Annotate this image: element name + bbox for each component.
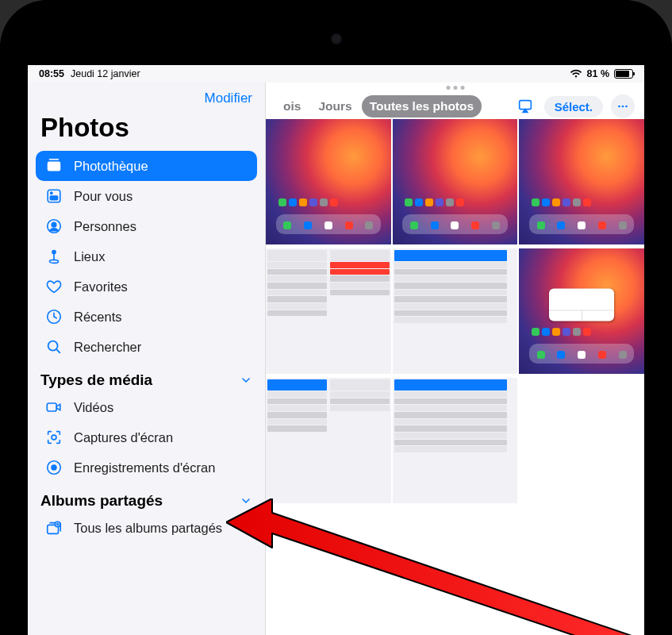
sidebar-shared-list: Tous les albums partagés — [28, 513, 265, 543]
photo-thumb[interactable] — [393, 248, 518, 374]
chevron-down-icon — [240, 374, 252, 387]
segment-all-photos[interactable]: Toutes les photos — [362, 95, 482, 117]
sidebar-media-list: Vidéos Captures d'écran Enregistrements … — [28, 392, 265, 483]
video-icon — [45, 398, 63, 416]
svg-point-6 — [52, 222, 56, 227]
sidebar-item-label: Rechercher — [74, 340, 141, 355]
status-time: 08:55 — [39, 68, 64, 79]
front-camera — [331, 33, 342, 44]
screenshot-icon — [45, 429, 63, 446]
sidebar-item-label: Tous les albums partagés — [74, 521, 222, 536]
svg-point-19 — [622, 106, 624, 108]
search-icon — [45, 338, 63, 356]
photo-thumb[interactable] — [393, 119, 518, 244]
sidebar-item-label: Récents — [74, 310, 122, 325]
photo-thumb[interactable] — [393, 378, 518, 503]
sidebar-item-places[interactable]: Lieux — [36, 241, 257, 271]
status-bar: 08:55 Jeudi 12 janvier 81 % — [28, 65, 644, 83]
photo-thumb[interactable] — [266, 378, 391, 503]
sidebar-item-label: Captures d'écran — [74, 430, 173, 445]
sidebar-item-label: Vidéos — [74, 400, 113, 415]
shared-albums-icon — [45, 519, 63, 537]
photo-thumb-empty — [519, 378, 644, 503]
status-battery-text: 81 % — [587, 68, 610, 79]
time-segmented-control: ois Jours Toutes les photos — [275, 95, 482, 117]
multitask-dots[interactable] — [446, 86, 464, 90]
sidebar-main-list: Photothèque Pour vous Personnes — [28, 151, 265, 362]
sidebar-item-label: Photothèque — [74, 159, 148, 174]
svg-rect-11 — [47, 403, 56, 411]
battery-icon — [614, 69, 633, 79]
sidebar-item-all-shared[interactable]: Tous les albums partagés — [36, 513, 257, 543]
sidebar-title: Photos — [28, 110, 265, 151]
section-label: Types de média — [40, 371, 152, 389]
content-header: ois Jours Toutes les photos Sélect. — [266, 83, 644, 119]
select-button[interactable]: Sélect. — [544, 96, 603, 117]
more-button[interactable] — [611, 94, 635, 118]
sidebar-item-library[interactable]: Photothèque — [36, 151, 257, 181]
status-date: Jeudi 12 janvier — [71, 68, 140, 79]
wifi-icon — [570, 69, 582, 79]
chevron-down-icon — [240, 495, 252, 507]
sidebar-item-label: Personnes — [74, 219, 136, 234]
sidebar-item-label: Pour vous — [74, 189, 132, 204]
people-icon — [45, 217, 63, 235]
edit-button[interactable]: Modifier — [205, 90, 252, 106]
sidebar-item-favorites[interactable]: Favorites — [36, 271, 257, 302]
sidebar-item-for-you[interactable]: Pour vous — [36, 181, 257, 211]
sidebar: Modifier Photos Photothèque Pour v — [28, 83, 266, 635]
section-label: Albums partagés — [40, 492, 163, 510]
sidebar-item-screenshots[interactable]: Captures d'écran — [36, 422, 257, 452]
sidebar-item-label: Lieux — [74, 249, 105, 264]
photo-thumb-empty — [266, 507, 391, 633]
svg-point-4 — [51, 192, 52, 194]
svg-point-14 — [52, 465, 56, 470]
sidebar-item-videos[interactable]: Vidéos — [36, 392, 257, 422]
for-you-icon — [45, 187, 63, 205]
photo-thumb-empty — [393, 507, 518, 633]
places-icon — [45, 248, 63, 265]
clock-icon — [45, 308, 63, 325]
library-icon — [45, 157, 63, 175]
ipad-device-frame: 08:55 Jeudi 12 janvier 81 % Modifier Pho… — [0, 0, 672, 635]
heart-icon — [45, 278, 63, 295]
content-area: ois Jours Toutes les photos Sélect. — [266, 83, 644, 635]
sidebar-item-search[interactable]: Rechercher — [36, 332, 257, 362]
photo-thumb[interactable] — [519, 248, 644, 374]
photo-grid[interactable] — [266, 119, 644, 635]
svg-point-1 — [51, 164, 53, 167]
cast-button[interactable] — [514, 95, 536, 117]
photo-thumb[interactable] — [266, 119, 391, 244]
segment-days[interactable]: Jours — [310, 95, 359, 117]
sidebar-item-label: Favorites — [74, 279, 128, 294]
segment-months[interactable]: ois — [275, 95, 309, 117]
section-shared-albums[interactable]: Albums partagés — [28, 483, 265, 513]
screen: 08:55 Jeudi 12 janvier 81 % Modifier Pho… — [28, 65, 644, 635]
svg-rect-3 — [50, 196, 57, 200]
svg-point-8 — [50, 260, 59, 263]
sidebar-item-people[interactable]: Personnes — [36, 211, 257, 241]
sidebar-item-recents[interactable]: Récents — [36, 302, 257, 332]
sidebar-item-screen-recordings[interactable]: Enregistrements d'écran — [36, 452, 257, 483]
svg-point-20 — [625, 106, 628, 108]
photo-thumb-empty — [519, 507, 644, 633]
section-media-types[interactable]: Types de média — [28, 362, 265, 392]
photo-thumb[interactable] — [519, 119, 644, 244]
svg-point-12 — [52, 435, 56, 440]
svg-rect-17 — [519, 101, 531, 110]
photo-thumb[interactable] — [266, 248, 391, 374]
record-icon — [45, 459, 63, 476]
sidebar-item-label: Enregistrements d'écran — [74, 460, 215, 475]
svg-point-18 — [618, 106, 620, 108]
